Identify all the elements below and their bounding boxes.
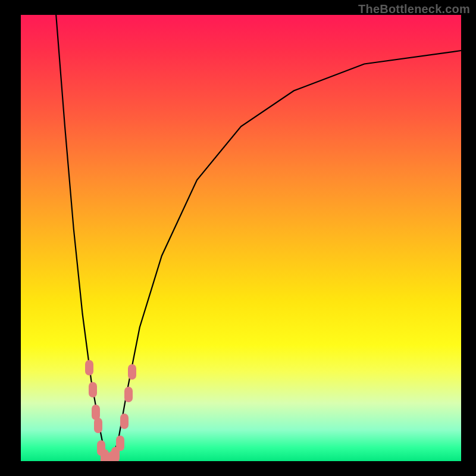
- curve-right-branch: [109, 51, 461, 461]
- plot-area: [21, 15, 461, 461]
- data-marker: [116, 436, 124, 451]
- chart-frame: TheBottleneck.com: [0, 0, 476, 476]
- data-marker: [89, 382, 97, 397]
- bottleneck-curve: [21, 15, 461, 461]
- data-marker: [128, 364, 136, 380]
- data-marker: [120, 414, 129, 429]
- data-marker: [94, 418, 102, 433]
- watermark-text: TheBottleneck.com: [358, 2, 470, 16]
- data-marker: [124, 387, 133, 402]
- curve-left-branch: [56, 15, 109, 461]
- data-marker: [85, 360, 93, 375]
